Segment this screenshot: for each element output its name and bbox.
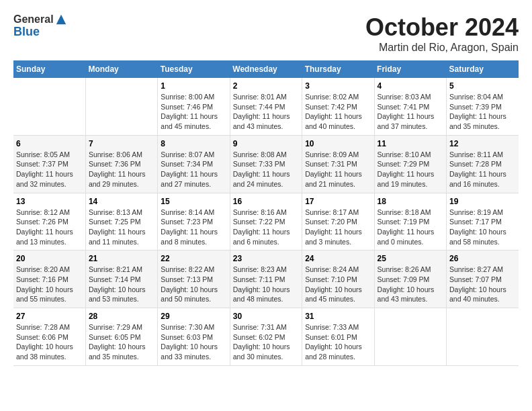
day-info: Sunrise: 8:22 AM Sunset: 7:13 PM Dayligh… — [161, 265, 226, 304]
day-info: Sunrise: 8:24 AM Sunset: 7:10 PM Dayligh… — [305, 265, 371, 304]
day-info: Sunrise: 8:11 AM Sunset: 7:28 PM Dayligh… — [449, 150, 516, 189]
calendar-week-4: 20Sunrise: 8:20 AM Sunset: 7:16 PM Dayli… — [13, 250, 519, 308]
day-number: 11 — [378, 139, 443, 148]
day-info: Sunrise: 8:10 AM Sunset: 7:29 PM Dayligh… — [378, 150, 443, 189]
day-number: 20 — [16, 254, 83, 263]
day-number: 26 — [449, 254, 516, 263]
title-section: October 2024 Martin del Rio, Aragon, Spa… — [365, 13, 519, 54]
calendar-cell: 22Sunrise: 8:22 AM Sunset: 7:13 PM Dayli… — [158, 250, 230, 308]
col-thursday: Thursday — [302, 60, 374, 78]
calendar-cell: 23Sunrise: 8:23 AM Sunset: 7:11 PM Dayli… — [230, 250, 302, 308]
col-tuesday: Tuesday — [158, 60, 230, 78]
day-number: 25 — [378, 254, 443, 263]
calendar-cell: 17Sunrise: 8:17 AM Sunset: 7:20 PM Dayli… — [302, 193, 374, 250]
day-number: 13 — [16, 197, 83, 206]
calendar-cell: 30Sunrise: 7:31 AM Sunset: 6:02 PM Dayli… — [230, 308, 302, 366]
day-info: Sunrise: 7:33 AM Sunset: 6:01 PM Dayligh… — [305, 322, 371, 362]
day-info: Sunrise: 8:20 AM Sunset: 7:16 PM Dayligh… — [16, 265, 83, 304]
col-wednesday: Wednesday — [230, 60, 302, 78]
day-number: 22 — [161, 254, 226, 263]
logo: General Blue — [13, 13, 67, 38]
logo-icon — [55, 13, 67, 26]
day-info: Sunrise: 7:29 AM Sunset: 6:05 PM Dayligh… — [89, 322, 154, 362]
day-info: Sunrise: 8:05 AM Sunset: 7:37 PM Dayligh… — [16, 150, 83, 189]
day-info: Sunrise: 8:08 AM Sunset: 7:33 PM Dayligh… — [233, 150, 299, 189]
calendar-cell: 3Sunrise: 8:02 AM Sunset: 7:42 PM Daylig… — [302, 78, 374, 135]
day-number: 24 — [305, 254, 371, 263]
logo-general-text: General — [13, 13, 54, 26]
day-number: 19 — [449, 197, 516, 206]
calendar-cell: 25Sunrise: 8:26 AM Sunset: 7:09 PM Dayli… — [374, 250, 446, 308]
calendar-cell: 11Sunrise: 8:10 AM Sunset: 7:29 PM Dayli… — [374, 135, 446, 193]
logo-blue-text: Blue — [13, 26, 54, 39]
calendar-cell — [85, 78, 157, 135]
calendar-cell — [374, 308, 446, 366]
calendar-week-5: 27Sunrise: 7:28 AM Sunset: 6:06 PM Dayli… — [13, 308, 519, 366]
calendar-cell: 13Sunrise: 8:12 AM Sunset: 7:26 PM Dayli… — [13, 193, 85, 250]
col-monday: Monday — [85, 60, 157, 78]
day-number: 16 — [233, 197, 299, 206]
calendar-cell: 21Sunrise: 8:21 AM Sunset: 7:14 PM Dayli… — [85, 250, 157, 308]
day-info: Sunrise: 8:04 AM Sunset: 7:39 PM Dayligh… — [449, 92, 516, 132]
day-info: Sunrise: 8:06 AM Sunset: 7:36 PM Dayligh… — [89, 150, 154, 189]
calendar-body: 1Sunrise: 8:00 AM Sunset: 7:46 PM Daylig… — [13, 78, 519, 365]
col-friday: Friday — [374, 60, 446, 78]
calendar-cell: 12Sunrise: 8:11 AM Sunset: 7:28 PM Dayli… — [447, 135, 519, 193]
day-number: 28 — [89, 312, 154, 321]
day-number: 15 — [161, 197, 226, 206]
day-number: 31 — [305, 312, 371, 321]
day-number: 18 — [378, 197, 443, 206]
calendar-cell: 8Sunrise: 8:07 AM Sunset: 7:34 PM Daylig… — [158, 135, 230, 193]
day-number: 3 — [305, 81, 371, 91]
day-info: Sunrise: 8:18 AM Sunset: 7:19 PM Dayligh… — [378, 208, 443, 247]
day-number: 27 — [16, 312, 83, 321]
calendar-cell: 4Sunrise: 8:03 AM Sunset: 7:41 PM Daylig… — [374, 78, 446, 135]
day-info: Sunrise: 8:13 AM Sunset: 7:25 PM Dayligh… — [89, 208, 154, 247]
main-title: October 2024 — [365, 13, 519, 42]
calendar-week-3: 13Sunrise: 8:12 AM Sunset: 7:26 PM Dayli… — [13, 193, 519, 250]
day-number: 6 — [16, 139, 83, 148]
day-info: Sunrise: 8:17 AM Sunset: 7:20 PM Dayligh… — [305, 208, 371, 247]
day-info: Sunrise: 8:19 AM Sunset: 7:17 PM Dayligh… — [449, 208, 516, 247]
day-info: Sunrise: 7:31 AM Sunset: 6:02 PM Dayligh… — [233, 322, 299, 362]
day-info: Sunrise: 8:14 AM Sunset: 7:23 PM Dayligh… — [161, 208, 226, 247]
calendar-cell: 16Sunrise: 8:16 AM Sunset: 7:22 PM Dayli… — [230, 193, 302, 250]
calendar-cell: 19Sunrise: 8:19 AM Sunset: 7:17 PM Dayli… — [447, 193, 519, 250]
day-number: 21 — [89, 254, 154, 263]
day-number: 29 — [161, 312, 226, 321]
calendar-cell: 9Sunrise: 8:08 AM Sunset: 7:33 PM Daylig… — [230, 135, 302, 193]
day-number: 2 — [233, 81, 299, 91]
day-number: 14 — [89, 197, 154, 206]
calendar-cell — [13, 78, 85, 135]
day-number: 5 — [449, 81, 516, 91]
day-info: Sunrise: 8:26 AM Sunset: 7:09 PM Dayligh… — [378, 265, 443, 304]
day-info: Sunrise: 8:03 AM Sunset: 7:41 PM Dayligh… — [378, 92, 443, 132]
calendar-cell: 15Sunrise: 8:14 AM Sunset: 7:23 PM Dayli… — [158, 193, 230, 250]
day-info: Sunrise: 8:21 AM Sunset: 7:14 PM Dayligh… — [89, 265, 154, 304]
calendar-cell: 27Sunrise: 7:28 AM Sunset: 6:06 PM Dayli… — [13, 308, 85, 366]
day-number: 23 — [233, 254, 299, 263]
calendar-cell: 1Sunrise: 8:00 AM Sunset: 7:46 PM Daylig… — [158, 78, 230, 135]
day-info: Sunrise: 7:28 AM Sunset: 6:06 PM Dayligh… — [16, 322, 83, 362]
day-info: Sunrise: 8:12 AM Sunset: 7:26 PM Dayligh… — [16, 208, 83, 247]
calendar-cell: 5Sunrise: 8:04 AM Sunset: 7:39 PM Daylig… — [447, 78, 519, 135]
calendar-cell: 28Sunrise: 7:29 AM Sunset: 6:05 PM Dayli… — [85, 308, 157, 366]
calendar-week-1: 1Sunrise: 8:00 AM Sunset: 7:46 PM Daylig… — [13, 78, 519, 135]
day-number: 9 — [233, 139, 299, 148]
calendar-cell: 29Sunrise: 7:30 AM Sunset: 6:03 PM Dayli… — [158, 308, 230, 366]
svg-marker-0 — [56, 15, 65, 24]
calendar-cell: 7Sunrise: 8:06 AM Sunset: 7:36 PM Daylig… — [85, 135, 157, 193]
day-info: Sunrise: 8:02 AM Sunset: 7:42 PM Dayligh… — [305, 92, 371, 132]
calendar-cell — [447, 308, 519, 366]
day-info: Sunrise: 8:00 AM Sunset: 7:46 PM Dayligh… — [161, 92, 226, 132]
day-number: 1 — [161, 81, 226, 91]
col-saturday: Saturday — [447, 60, 519, 78]
col-sunday: Sunday — [13, 60, 85, 78]
day-info: Sunrise: 8:16 AM Sunset: 7:22 PM Dayligh… — [233, 208, 299, 247]
calendar-cell: 10Sunrise: 8:09 AM Sunset: 7:31 PM Dayli… — [302, 135, 374, 193]
day-number: 17 — [305, 197, 371, 206]
day-info: Sunrise: 8:09 AM Sunset: 7:31 PM Dayligh… — [305, 150, 371, 189]
calendar-cell: 14Sunrise: 8:13 AM Sunset: 7:25 PM Dayli… — [85, 193, 157, 250]
day-info: Sunrise: 8:07 AM Sunset: 7:34 PM Dayligh… — [161, 150, 226, 189]
day-number: 7 — [89, 139, 154, 148]
